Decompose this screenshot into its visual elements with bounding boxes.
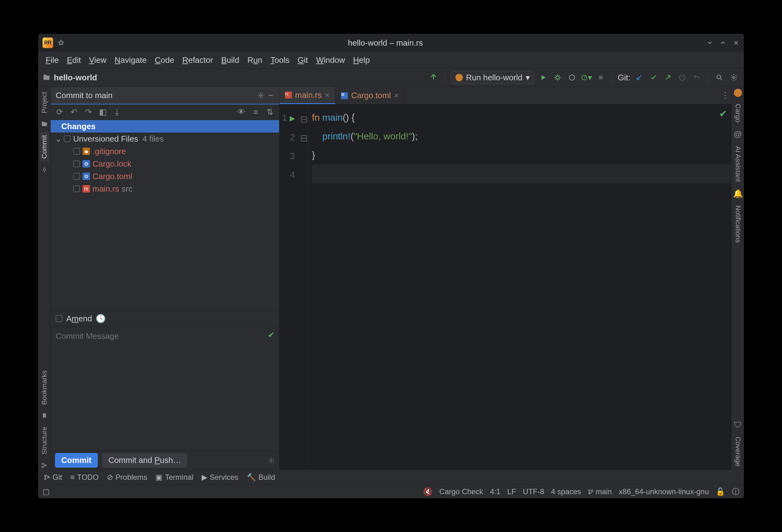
- file-row[interactable]: ⚙ Cargo.toml: [50, 170, 279, 182]
- folder-collapsed-icon[interactable]: [40, 120, 48, 128]
- commit-actions: Commit Commit and Push…: [50, 451, 279, 469]
- menu-build[interactable]: Build: [221, 55, 240, 65]
- close-tab-icon[interactable]: ×: [325, 90, 329, 100]
- run-config-selector[interactable]: Run hello-world ▾: [451, 71, 534, 84]
- coverage-run-icon[interactable]: [566, 72, 578, 83]
- close-icon[interactable]: [733, 39, 740, 46]
- menu-file[interactable]: File: [46, 55, 59, 65]
- menu-navigate[interactable]: Navigate: [115, 55, 147, 65]
- info-icon[interactable]: ⓘ: [732, 487, 740, 497]
- menu-help[interactable]: Help: [353, 55, 370, 65]
- changelist-icon[interactable]: 👁: [237, 107, 246, 117]
- menu-edit[interactable]: Edit: [67, 55, 81, 65]
- tool-ai-assistant[interactable]: AI Assistant: [733, 143, 743, 185]
- maximize-icon[interactable]: [719, 39, 726, 46]
- changes-node[interactable]: Changes: [50, 120, 279, 133]
- tool-project[interactable]: Project: [40, 89, 49, 116]
- lock-icon[interactable]: 🔓: [716, 487, 725, 496]
- file-row[interactable]: ⚙ Cargo.lock: [50, 157, 279, 170]
- settings-icon[interactable]: [728, 72, 740, 83]
- menu-window[interactable]: Window: [316, 55, 345, 65]
- ai-icon[interactable]: @: [734, 130, 742, 139]
- cargo-icon[interactable]: [734, 89, 742, 97]
- structure-icon: [40, 461, 48, 469]
- breadcrumb[interactable]: hello-world: [38, 73, 102, 82]
- build-icon[interactable]: [428, 72, 439, 83]
- presentation-icon[interactable]: ▢: [42, 487, 50, 496]
- commit-message-input[interactable]: Commit Message ✔: [50, 327, 279, 451]
- undo-icon[interactable]: ↶: [69, 107, 79, 117]
- pin-icon[interactable]: [58, 39, 64, 46]
- close-tab-icon[interactable]: ×: [394, 91, 399, 100]
- redo-icon[interactable]: ↷: [84, 107, 93, 117]
- tool-terminal[interactable]: ▣ Terminal: [155, 473, 193, 482]
- checkbox[interactable]: [64, 135, 71, 142]
- debug-icon[interactable]: [552, 72, 563, 83]
- git-history-icon[interactable]: [677, 72, 688, 83]
- file-type-icon: ◆: [82, 147, 90, 155]
- tool-build[interactable]: 🔨 Build: [247, 473, 275, 482]
- tool-coverage[interactable]: Coverage: [733, 433, 743, 469]
- amend-checkbox[interactable]: [56, 315, 63, 322]
- refresh-icon[interactable]: ⟳: [55, 107, 64, 117]
- gutter-run-icon[interactable]: ▶: [290, 114, 295, 122]
- tool-git[interactable]: Git: [44, 473, 62, 482]
- menu-refactor[interactable]: Refactor: [182, 55, 213, 65]
- file-row[interactable]: ◆ .gitignore: [50, 145, 279, 157]
- expand-icon[interactable]: ⇅: [265, 107, 275, 117]
- tool-notifications[interactable]: Notifications: [733, 202, 743, 246]
- checkmark-icon: ✔: [268, 330, 275, 340]
- status-cargo[interactable]: Cargo Check: [439, 487, 483, 496]
- git-update-icon[interactable]: [634, 72, 645, 83]
- bell-icon[interactable]: 🔔: [733, 189, 743, 199]
- minimize-icon[interactable]: [706, 39, 713, 46]
- hide-panel-icon[interactable]: [267, 92, 274, 99]
- profiler-icon[interactable]: ▾: [581, 72, 592, 83]
- stop-icon[interactable]: [595, 72, 606, 83]
- shield-icon[interactable]: 🛡: [734, 420, 742, 430]
- status-encoding[interactable]: UTF-8: [523, 487, 544, 496]
- mute-icon[interactable]: 🔇: [423, 487, 433, 496]
- checkbox[interactable]: [73, 173, 80, 180]
- menu-git[interactable]: Git: [297, 55, 308, 65]
- tool-bookmarks[interactable]: Bookmarks: [40, 367, 49, 408]
- history-icon[interactable]: 🕓: [96, 314, 106, 323]
- git-push-icon[interactable]: [662, 72, 674, 83]
- unversioned-node[interactable]: ⌄ Unversioned Files 4 files: [50, 133, 279, 145]
- git-rollback-icon[interactable]: [691, 72, 702, 83]
- code-content[interactable]: fn main() { println!("Hello, world!"); }: [309, 104, 732, 469]
- git-commit-icon[interactable]: [648, 72, 659, 83]
- checkbox[interactable]: [73, 148, 80, 155]
- commit-and-push-button[interactable]: Commit and Push…: [102, 453, 187, 468]
- checkbox[interactable]: [73, 185, 80, 192]
- tool-commit[interactable]: Commit: [40, 132, 49, 162]
- menu-run[interactable]: Run: [248, 55, 262, 65]
- search-icon[interactable]: [714, 72, 725, 83]
- code-editor[interactable]: 1 ▶ 2 3 4 ⊟⊟ fn main() { println!("Hello…: [279, 104, 732, 469]
- tool-todo[interactable]: ≡ TODO: [70, 473, 99, 482]
- gear-icon[interactable]: [257, 92, 264, 99]
- tabs-menu-icon[interactable]: ⋮: [719, 87, 732, 104]
- file-row[interactable]: rs main.rs src: [50, 182, 279, 195]
- run-icon[interactable]: [538, 72, 549, 83]
- status-target[interactable]: x86_64-unknown-linux-gnu: [619, 487, 709, 496]
- status-indent[interactable]: 4 spaces: [551, 487, 581, 496]
- tool-problems[interactable]: ⊘ Problems: [107, 473, 147, 482]
- shelve-icon[interactable]: ⭳: [112, 107, 122, 117]
- tool-services[interactable]: ▶ Services: [202, 473, 239, 482]
- commit-button[interactable]: Commit: [55, 453, 98, 468]
- editor-tab[interactable]: ⚙ Cargo.toml ×: [335, 87, 404, 104]
- diff-icon[interactable]: ◧: [98, 107, 108, 117]
- menu-code[interactable]: Code: [155, 55, 174, 65]
- group-icon[interactable]: ≡: [251, 107, 260, 117]
- status-branch[interactable]: main: [588, 487, 612, 496]
- status-line-ending[interactable]: LF: [507, 487, 516, 496]
- tool-structure[interactable]: Structure: [40, 424, 49, 458]
- status-position[interactable]: 4:1: [490, 487, 500, 496]
- menu-view[interactable]: View: [89, 55, 107, 65]
- gear-icon[interactable]: [268, 457, 275, 464]
- tool-cargo[interactable]: Cargo: [733, 101, 743, 126]
- editor-tab[interactable]: rs main.rs ×: [279, 87, 335, 104]
- checkbox[interactable]: [73, 161, 80, 167]
- menu-tools[interactable]: Tools: [270, 55, 289, 65]
